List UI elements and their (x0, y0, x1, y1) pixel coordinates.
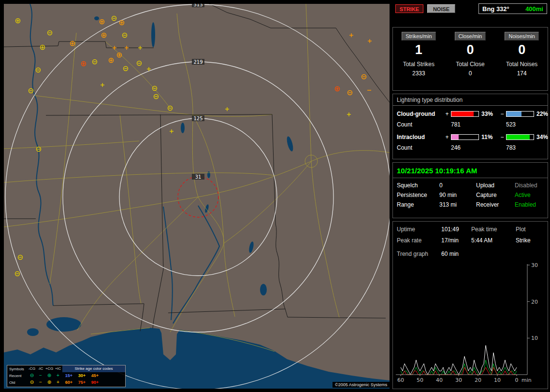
ic-positive-pct: 11% (479, 134, 498, 140)
uptime-label: Uptime (397, 226, 441, 233)
svg-text:30: 30 (531, 262, 538, 268)
cg-positive-count: 781 (451, 121, 479, 128)
strikes-per-min-button[interactable]: Strikes/min (402, 32, 435, 41)
svg-text:40: 40 (436, 377, 443, 383)
strikes-per-min-value: 1 (393, 42, 445, 57)
datetime-display: 10/21/2025 10:19:16 AM (393, 163, 548, 178)
legend-old-label: Old (7, 380, 28, 385)
cg-negative-bar (506, 111, 534, 117)
minus-icon: − (36, 379, 45, 386)
legend-symbols-title: Symbols (7, 367, 28, 371)
legend-col-pos-ic: +IC (54, 365, 62, 372)
side-panel: STRIKE NOISE Bng 332° 400mi Strikes/min … (392, 0, 548, 392)
age-60: 60+ (62, 380, 75, 385)
intracloud-label: Intracloud (397, 134, 443, 140)
stats-row: Uptime 101:49 Peak time Plot (393, 224, 548, 234)
plot-label: Plot (516, 226, 549, 233)
circle-minus-icon: ⊖ (28, 372, 36, 379)
trend-window-value: 60 min (441, 251, 471, 257)
distribution-title: Lightning type distribution (393, 94, 548, 106)
stats-group: Uptime 101:49 Peak time Plot Peak rate 1… (392, 221, 548, 389)
legend-recent-label: Recent (7, 374, 28, 378)
total-strikes-label: Total Strikes (393, 61, 445, 68)
close-column: Close/min 0 Total Close 0 (445, 28, 496, 90)
svg-text:30: 30 (455, 377, 462, 383)
svg-text:313: 313 (193, 4, 203, 7)
plus-sign: + (443, 111, 451, 117)
map-area[interactable]: 31321912531 Symbols -CG -IC +CG +IC Stri… (4, 4, 390, 389)
total-close-label: Total Close (445, 61, 496, 68)
bearing-readout: Bng 332° 400mi (478, 3, 547, 14)
svg-text:20: 20 (531, 299, 538, 305)
squelch-value: 0 (439, 182, 476, 189)
upload-value: Disabled (515, 182, 549, 189)
svg-text:219: 219 (193, 59, 203, 65)
uptime-value: 101:49 (441, 226, 471, 233)
cloud-ground-label: Cloud-ground (397, 111, 443, 117)
strike-mode-button[interactable]: STRIKE (395, 4, 423, 13)
range-label: Range (397, 201, 439, 208)
capture-value: Active (515, 192, 549, 198)
cg-negative-pct: 22% (534, 111, 550, 117)
svg-text:0: 0 (515, 377, 519, 383)
trend-graph-label: Trend graph (397, 251, 441, 257)
counters-group: Strikes/min 1 Total Strikes 2333 Close/m… (392, 27, 548, 91)
legend-row-recent: Recent ⊖ − ⊕ + 15+ 30+ 45+ (7, 372, 125, 379)
age-90: 90+ (88, 380, 101, 385)
receiver-label: Receiver (476, 201, 515, 208)
total-noises-value: 174 (496, 70, 548, 77)
status-group: 10/21/2025 10:19:16 AM Squelch 0 Upload … (392, 162, 548, 218)
noise-mode-button[interactable]: NOISE (427, 4, 455, 13)
peak-rate-value: 17/min (441, 237, 471, 244)
cg-positive-pct: 33% (479, 111, 498, 117)
trend-row: Trend graph 60 min (393, 249, 548, 259)
age-75: 75+ (75, 380, 88, 385)
age-15: 15+ (62, 373, 75, 378)
ic-positive-bar (451, 134, 479, 140)
legend-col-neg-cg: -CG (28, 365, 36, 372)
stats-row: Peak rate 17/min 5:44 AM Strike (393, 236, 548, 245)
count-label: Count (397, 121, 443, 128)
close-per-min-value: 0 (445, 42, 496, 57)
plus-sign: + (443, 134, 451, 140)
cloud-ground-row: Cloud-ground + 33% − 22% (393, 110, 548, 118)
squelch-label: Squelch (397, 182, 439, 189)
cg-positive-bar (451, 111, 479, 117)
capture-label: Capture (476, 192, 515, 198)
peak-rate-label: Peak rate (397, 237, 441, 244)
svg-text:20: 20 (475, 377, 481, 383)
circle-plus-icon: ⊕ (45, 379, 54, 386)
svg-text:50: 50 (417, 377, 423, 383)
lightning-map[interactable]: 31321912531 (4, 4, 390, 389)
cloud-ground-count-row: Count 781 523 (393, 120, 548, 129)
plot-value: Strike (516, 237, 549, 244)
plus-icon: + (54, 372, 62, 379)
svg-text:60: 60 (397, 377, 404, 383)
cg-negative-count: 523 (506, 121, 534, 128)
svg-text:125: 125 (193, 116, 203, 121)
distribution-group: Lightning type distribution Cloud-ground… (392, 94, 548, 159)
ic-negative-count: 783 (506, 144, 534, 151)
bearing-range-value: 400mi (525, 5, 543, 13)
ic-negative-pct: 34% (534, 134, 550, 140)
legend-col-pos-cg: +CG (45, 365, 54, 372)
close-per-min-button[interactable]: Close/min (455, 32, 486, 41)
svg-text:31: 31 (195, 174, 202, 180)
range-value: 313 mi (439, 201, 476, 208)
trend-plot-area: 1020306050403020100min (397, 262, 538, 383)
strikes-column: Strikes/min 1 Total Strikes 2333 (393, 28, 445, 90)
minus-icon: − (36, 372, 45, 379)
svg-text:10: 10 (494, 377, 501, 383)
intracloud-row: Intracloud + 11% − 34% (393, 133, 548, 141)
noises-per-min-value: 0 (496, 42, 548, 57)
upload-label: Upload (476, 182, 515, 189)
status-row: Squelch 0 Upload Disabled (393, 181, 548, 190)
legend-row-old: Old ⊖ − ⊕ + 60+ 75+ 90+ (7, 379, 125, 386)
noises-per-min-button[interactable]: Noises/min (505, 32, 538, 41)
status-row: Range 313 mi Receiver Enabled (393, 200, 548, 210)
legend-col-neg-ic: -IC (36, 365, 45, 372)
bearing-value: Bng 332° (482, 5, 509, 13)
copyright-text: ©2005 Astrogenic Systems (333, 382, 390, 388)
circle-minus-icon: ⊖ (28, 379, 36, 386)
intracloud-count-row: Count 246 783 (393, 143, 548, 152)
